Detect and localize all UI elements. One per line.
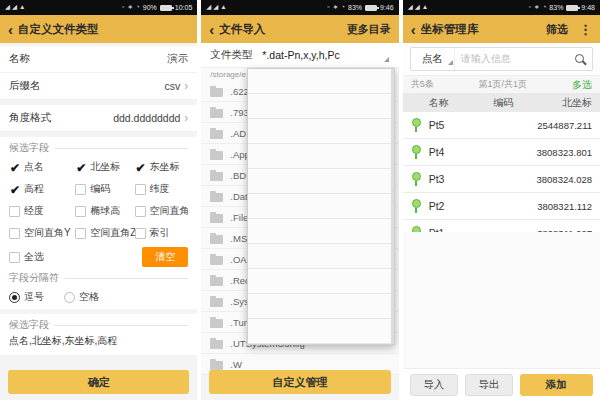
page-title: 坐标管理库 (421, 22, 541, 37)
folder-icon (210, 256, 223, 265)
file-type-row: 文件类型 *.dat-Pn,x,y,h,Pc (201, 43, 398, 68)
folder-name: .File (230, 212, 248, 223)
dropdown-item[interactable] (248, 194, 393, 219)
dropdown-item[interactable] (248, 119, 393, 144)
field-row-suffix[interactable]: 后缀名 csv› (0, 73, 197, 100)
select-all-checkbox[interactable]: 全选 (9, 250, 44, 264)
folder-name: .793 (230, 107, 249, 118)
table-row[interactable]: Pt3 3808324.028 (403, 166, 600, 193)
back-icon[interactable]: ‹ (8, 22, 13, 37)
field-checkbox[interactable]: 高程 (9, 178, 75, 200)
folder-icon (210, 298, 223, 307)
selected-fields-text: 点名,北坐标,东坐标,高程 (9, 333, 188, 354)
nfc-icon: ▫ (529, 4, 531, 11)
section-header: 字段分隔符 (9, 270, 188, 286)
field-checkbox[interactable]: 东坐标 (135, 156, 189, 178)
checkbox-label: 椭球高 (90, 204, 120, 218)
search-bar: 点名 请输入信息 (410, 47, 593, 71)
table-row[interactable]: Pt2 3808321.112 (403, 193, 600, 220)
field-checkbox[interactable]: 经度 (9, 200, 75, 222)
battery-percent: 83% (549, 4, 563, 11)
dropdown-item[interactable] (248, 69, 393, 94)
screen-file-import: ◢ ◢ ▲ ▫ ∗ ◔ 83% 9:46 ‹ 文件导入 更多目录 文件类型 *.… (201, 0, 398, 400)
field-row-angle-format[interactable]: 角度格式 ddd.dddddddd› (0, 105, 197, 132)
checkbox-label: 空间直角X (150, 204, 189, 218)
dropdown-item[interactable] (248, 319, 393, 344)
overflow-menu-icon[interactable]: ⋮ (579, 22, 592, 37)
folder-icon (210, 361, 223, 370)
file-type-spinner[interactable]: *.dat-Pn,x,y,h,Pc (262, 43, 389, 67)
import-button[interactable]: 导入 (410, 374, 458, 396)
dropdown-item[interactable] (248, 244, 393, 269)
sim2-signal-icon: ◢ (12, 4, 17, 11)
folder-name: .W (230, 359, 242, 370)
radio-icon (9, 292, 20, 303)
field-checkbox[interactable]: 索引 (135, 222, 189, 244)
table-row[interactable]: Pt5 2544887.211 (403, 112, 600, 139)
dropdown-item[interactable] (248, 219, 393, 244)
checkbox-label: 纬度 (150, 182, 170, 196)
separator-radio-group: 逗号 空格 (9, 286, 188, 308)
add-button[interactable]: 添加 (520, 374, 593, 396)
dropdown-item[interactable] (248, 294, 393, 319)
separator-radio[interactable]: 逗号 (9, 290, 44, 304)
field-checkbox[interactable]: 纬度 (135, 178, 189, 200)
back-icon[interactable]: ‹ (209, 22, 214, 37)
field-checkbox[interactable]: 编码 (75, 178, 134, 200)
folder-icon (210, 235, 223, 244)
alarm-icon: ◔ (341, 4, 345, 11)
select-all-label: 全选 (24, 250, 44, 264)
status-bar: ◢ ◢ ▲ ▫ ∗ ◔ 83% 9:46 (201, 0, 398, 15)
nfc-icon: ▫ (327, 4, 329, 11)
field-checkbox[interactable]: 椭球高 (75, 200, 134, 222)
checkbox-label: 空间直角Y (24, 226, 71, 240)
folder-name: .Dat (230, 191, 247, 202)
field-row-name[interactable]: 名称 演示 (0, 46, 197, 73)
wifi-icon: ▲ (220, 4, 226, 11)
search-input[interactable]: 请输入信息 (455, 52, 571, 66)
dropdown-item[interactable] (248, 169, 393, 194)
field-checkbox[interactable]: 空间直角Z (75, 222, 134, 244)
cell-north: 3808321.112 (528, 201, 600, 212)
search-field-dropdown[interactable]: 点名 (411, 48, 455, 70)
checkbox-label: 经度 (24, 204, 44, 218)
screen-coordinate-library: ◢ ◢ ▲ ▫ ∗ ◔ 83% 9:48 ‹ 坐标管理库 筛选 ⋮ 点名 (403, 0, 600, 400)
folder-icon (210, 88, 223, 97)
dropdown-item[interactable] (248, 269, 393, 294)
folder-name: .622 (230, 86, 249, 97)
confirm-button[interactable]: 确定 (8, 370, 189, 394)
field-label: 名称 (9, 52, 30, 66)
checkbox-label: 索引 (150, 226, 170, 240)
field-checkbox[interactable]: 点名 (9, 156, 75, 178)
multi-select-button[interactable]: 多选 (572, 78, 592, 92)
dropdown-item[interactable] (248, 94, 393, 119)
field-label: 角度格式 (9, 111, 51, 125)
checkbox-label: 北坐标 (90, 160, 120, 174)
separator-radio[interactable]: 空格 (64, 290, 99, 304)
search-icon[interactable] (575, 54, 584, 63)
more-directories-button[interactable]: 更多目录 (347, 22, 391, 37)
sim2-signal-icon: ◢ (415, 4, 420, 11)
table-row[interactable]: Pt4 3808323.801 (403, 139, 600, 166)
clear-button[interactable]: 清空 (142, 247, 188, 267)
field-checkbox[interactable]: 北坐标 (75, 156, 134, 178)
field-checkbox[interactable]: 空间直角X (135, 200, 189, 222)
sim2-signal-icon: ◢ (213, 4, 218, 11)
filter-button[interactable]: 筛选 (546, 22, 568, 37)
cell-north: 2544887.211 (528, 120, 600, 131)
custom-manage-button[interactable]: 自定义管理 (209, 370, 390, 394)
dropdown-item[interactable] (248, 144, 393, 169)
back-icon[interactable]: ‹ (411, 22, 416, 37)
field-checkbox[interactable]: 空间直角Y (9, 222, 75, 244)
checkbox-label: 编码 (90, 182, 110, 196)
bluetooth-icon: ∗ (127, 4, 132, 11)
export-button[interactable]: 导出 (465, 374, 513, 396)
checkbox-icon (135, 228, 146, 239)
screen-custom-file-type: ◢ ◢ ▲ ▫ ∗ ◔ 90% 10:05 ‹ 自定义文件类型 名称 演示 后缀… (0, 0, 197, 400)
folder-name: .OA (230, 254, 246, 265)
folder-icon (210, 340, 223, 349)
file-type-value: *.dat-Pn,x,y,h,Pc (262, 49, 339, 61)
col-header-north: 北坐标 (528, 96, 600, 110)
folder-name: .AD (230, 128, 246, 139)
status-bar: ◢ ◢ ▲ ▫ ∗ ◔ 90% 10:05 (0, 0, 197, 15)
